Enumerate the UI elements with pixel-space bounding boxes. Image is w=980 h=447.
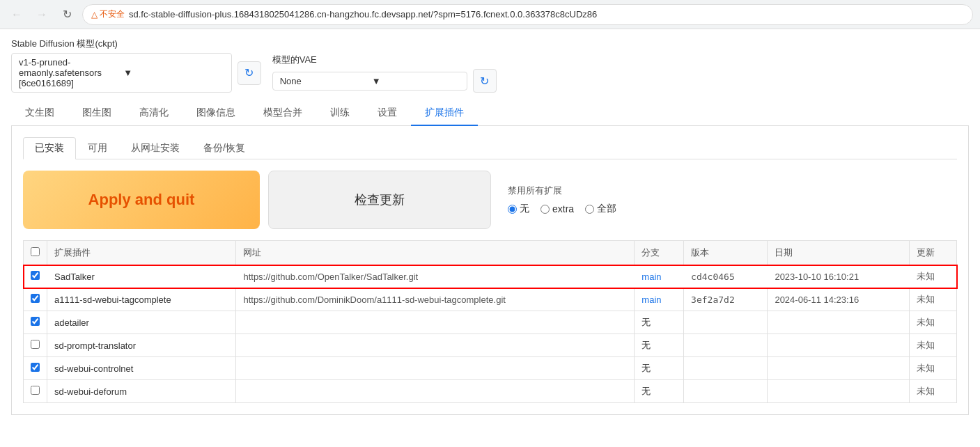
row-url-5 <box>236 380 635 403</box>
table-header-3: 分支 <box>635 241 684 265</box>
row-update-5: 未知 <box>910 380 957 403</box>
check-update-button[interactable]: 检查更新 <box>268 171 491 229</box>
row-name-1: a1111-sd-webui-tagcomplete <box>47 288 236 311</box>
nav-tab-img2img[interactable]: 图生图 <box>68 101 125 126</box>
row-branch-2: 无 <box>635 311 684 334</box>
forward-button[interactable]: → <box>32 5 52 24</box>
row-version-2 <box>684 311 768 334</box>
nav-tab-settings[interactable]: 设置 <box>364 101 411 126</box>
nav-tab-extensions[interactable]: 扩展插件 <box>411 101 478 126</box>
table-header-6: 更新 <box>910 241 957 265</box>
nav-tab-txt2img[interactable]: 文生图 <box>11 101 68 126</box>
row-url-1: https://github.com/DominikDoom/a1111-sd-… <box>236 288 635 311</box>
row-branch-0: main <box>635 265 684 288</box>
disable-label: 禁用所有扩展 <box>508 185 616 197</box>
vae-refresh-button[interactable]: ↻ <box>473 69 497 93</box>
row-version-4 <box>684 357 768 380</box>
row-checkbox-0[interactable] <box>31 271 40 280</box>
radio-extra[interactable]: extra <box>540 203 574 214</box>
browser-bar: ← → ↻ △ 不安全 sd.fc-stable-diffusion-plus.… <box>0 0 980 29</box>
row-name-4: sd-webui-controlnet <box>47 357 236 380</box>
row-url-0: https://github.com/OpenTalker/SadTalker.… <box>236 265 635 288</box>
sub-tabs: 已安装可用从网址安装备份/恢复 <box>23 137 957 159</box>
row-checkbox-2[interactable] <box>31 317 40 326</box>
row-date-4 <box>768 357 910 380</box>
extensions-table: 扩展插件网址分支版本日期更新SadTalkerhttps://github.co… <box>23 240 957 403</box>
row-checkbox-4[interactable] <box>31 363 40 372</box>
row-url-3 <box>236 334 635 357</box>
ckpt-refresh-button[interactable]: ↻ <box>238 61 261 85</box>
row-date-3 <box>768 334 910 357</box>
row-checkbox-1[interactable] <box>31 294 40 303</box>
sub-tab-from_url[interactable]: 从网址安装 <box>119 137 192 159</box>
row-branch-3: 无 <box>635 334 684 357</box>
row-checkbox-5[interactable] <box>31 386 40 395</box>
radio-label-all: 全部 <box>597 203 616 215</box>
table-row: sd-webui-deforum无未知 <box>24 380 957 403</box>
row-version-3 <box>684 334 768 357</box>
sub-tab-backup[interactable]: 备份/恢复 <box>192 137 257 159</box>
table-header-1: 扩展插件 <box>47 241 236 265</box>
row-version-5 <box>684 380 768 403</box>
nav-tab-train[interactable]: 训练 <box>316 101 364 126</box>
model-section: Stable Diffusion 模型(ckpt) v1-5-pruned-em… <box>11 38 969 93</box>
ckpt-label: Stable Diffusion 模型(ckpt) <box>11 38 261 50</box>
action-row: Apply and quit 检查更新 禁用所有扩展 无extra全部 <box>23 171 957 229</box>
radio-none[interactable]: 无 <box>508 203 529 215</box>
select-all-checkbox[interactable] <box>31 247 40 256</box>
nav-tab-merge[interactable]: 模型合并 <box>249 101 316 126</box>
row-name-3: sd-prompt-translator <box>47 334 236 357</box>
row-version-1: 3ef2a7d2 <box>684 288 768 311</box>
table-row: sd-prompt-translator无未知 <box>24 334 957 357</box>
table-row: SadTalkerhttps://github.com/OpenTalker/S… <box>24 265 957 288</box>
row-update-0: 未知 <box>910 265 957 288</box>
reload-button[interactable]: ↻ <box>57 5 77 24</box>
table-header-0 <box>24 241 47 265</box>
ckpt-select[interactable]: v1-5-pruned-emaonly.safetensors [6ce0161… <box>11 53 232 93</box>
vae-group: 模型的VAE None ▼ ↻ <box>272 54 497 93</box>
row-branch-5: 无 <box>635 380 684 403</box>
sub-tab-available[interactable]: 可用 <box>76 137 119 159</box>
row-checkbox-3[interactable] <box>31 340 40 349</box>
nav-tab-pnginfo[interactable]: 图像信息 <box>182 101 249 126</box>
table-header-5: 日期 <box>768 241 910 265</box>
row-name-5: sd-webui-deforum <box>47 380 236 403</box>
disable-section: 禁用所有扩展 无extra全部 <box>508 185 616 215</box>
table-row: sd-webui-controlnet无未知 <box>24 357 957 380</box>
row-update-1: 未知 <box>910 288 957 311</box>
url-text: sd.fc-stable-diffusion-plus.168431802504… <box>129 9 597 19</box>
table-header-4: 版本 <box>684 241 768 265</box>
ckpt-select-wrap: v1-5-pruned-emaonly.safetensors [6ce0161… <box>11 53 261 93</box>
radio-label-none: 无 <box>520 203 529 215</box>
sub-tab-installed[interactable]: 已安装 <box>23 137 76 159</box>
apply-quit-button[interactable]: Apply and quit <box>23 171 260 229</box>
row-date-5 <box>768 380 910 403</box>
row-date-2 <box>768 311 910 334</box>
content-area: 已安装可用从网址安装备份/恢复 Apply and quit 检查更新 禁用所有… <box>11 126 969 415</box>
row-url-2 <box>236 311 635 334</box>
ckpt-value: v1-5-pruned-emaonly.safetensors [6ce0161… <box>19 57 119 88</box>
vae-value: None <box>280 76 368 86</box>
row-branch-1: main <box>635 288 684 311</box>
row-date-0: 2023-10-10 16:10:21 <box>768 265 910 288</box>
table-row: a1111-sd-webui-tagcompletehttps://github… <box>24 288 957 311</box>
vae-select[interactable]: None ▼ <box>272 72 467 91</box>
row-name-0: SadTalker <box>47 265 236 288</box>
app-container: Stable Diffusion 模型(ckpt) v1-5-pruned-em… <box>0 29 980 423</box>
nav-tab-extras[interactable]: 高清化 <box>125 101 182 126</box>
vae-select-wrap: None ▼ ↻ <box>272 69 497 93</box>
vae-chevron-icon: ▼ <box>372 76 460 86</box>
table-row: adetailer无未知 <box>24 311 957 334</box>
row-url-4 <box>236 357 635 380</box>
ckpt-group: Stable Diffusion 模型(ckpt) v1-5-pruned-em… <box>11 38 261 93</box>
vae-label: 模型的VAE <box>272 54 497 66</box>
security-warning: △ 不安全 <box>91 8 125 20</box>
row-name-2: adetailer <box>47 311 236 334</box>
address-bar[interactable]: △ 不安全 sd.fc-stable-diffusion-plus.168431… <box>82 4 973 25</box>
row-date-1: 2024-06-11 14:23:16 <box>768 288 910 311</box>
radio-all[interactable]: 全部 <box>585 203 616 215</box>
row-version-0: cd4c0465 <box>684 265 768 288</box>
back-button[interactable]: ← <box>7 5 26 24</box>
row-update-2: 未知 <box>910 311 957 334</box>
table-header-2: 网址 <box>236 241 635 265</box>
